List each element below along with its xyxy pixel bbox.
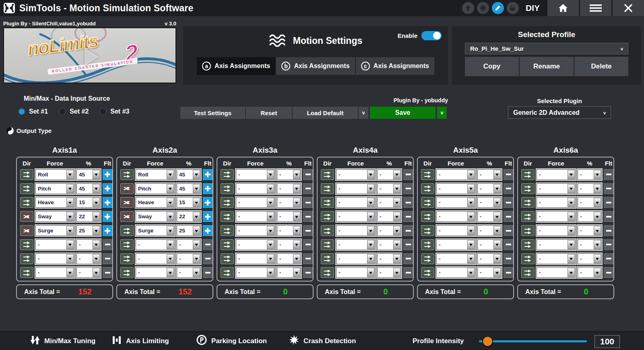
dropdown-arrow-icon[interactable] bbox=[493, 170, 501, 179]
dropdown-arrow-icon[interactable] bbox=[493, 198, 501, 207]
force-select[interactable]: Roll bbox=[35, 169, 74, 180]
dropdown-arrow-icon[interactable] bbox=[367, 240, 374, 249]
force-select[interactable]: - bbox=[336, 239, 375, 250]
dropdown-arrow-icon[interactable] bbox=[467, 268, 475, 277]
force-select[interactable]: - bbox=[136, 253, 175, 264]
percent-select[interactable]: - bbox=[578, 197, 602, 208]
filter-minus-button[interactable] bbox=[103, 253, 112, 264]
filter-minus-button[interactable] bbox=[103, 239, 112, 250]
percent-select[interactable]: - bbox=[277, 169, 301, 180]
percent-select[interactable]: - bbox=[578, 211, 602, 222]
filter-minus-button[interactable] bbox=[403, 183, 413, 194]
filter-minus-button[interactable] bbox=[504, 169, 513, 180]
percent-select[interactable]: 22 bbox=[76, 211, 101, 222]
direction-parallel-button[interactable] bbox=[20, 253, 33, 264]
direction-parallel-button[interactable] bbox=[120, 239, 134, 250]
direction-crossed-button[interactable] bbox=[120, 211, 134, 222]
delete-button[interactable]: Delete bbox=[574, 57, 628, 76]
save-dropdown-button[interactable]: v bbox=[437, 107, 447, 119]
dropdown-arrow-icon[interactable] bbox=[267, 170, 274, 179]
filter-minus-button[interactable] bbox=[403, 253, 413, 264]
dropdown-arrow-icon[interactable] bbox=[167, 212, 174, 221]
direction-crossed-button[interactable] bbox=[20, 211, 33, 222]
percent-select[interactable]: - bbox=[477, 211, 502, 222]
footer-parking-location[interactable]: Parking Location bbox=[196, 332, 267, 350]
direction-parallel-button[interactable] bbox=[20, 267, 33, 278]
direction-parallel-button[interactable] bbox=[321, 169, 334, 180]
radio-icon[interactable] bbox=[58, 108, 66, 116]
force-select[interactable]: - bbox=[537, 225, 576, 236]
force-select[interactable]: - bbox=[236, 225, 275, 236]
force-select[interactable]: - bbox=[436, 211, 475, 222]
load-default-dropdown-button[interactable]: v bbox=[359, 107, 368, 119]
percent-select[interactable]: - bbox=[277, 239, 301, 250]
output-type[interactable]: Output Type bbox=[6, 126, 52, 135]
dropdown-arrow-icon[interactable] bbox=[367, 226, 374, 235]
filter-minus-button[interactable] bbox=[604, 239, 613, 250]
percent-select[interactable]: - bbox=[277, 183, 301, 194]
filter-minus-button[interactable] bbox=[504, 197, 513, 208]
dropdown-arrow-icon[interactable] bbox=[293, 184, 300, 193]
direction-parallel-button[interactable] bbox=[521, 239, 535, 250]
direction-parallel-button[interactable] bbox=[120, 225, 134, 236]
dropdown-arrow-icon[interactable] bbox=[467, 212, 475, 221]
dropdown-arrow-icon[interactable] bbox=[66, 226, 74, 235]
percent-select[interactable]: 45 bbox=[177, 169, 201, 180]
force-select[interactable]: - bbox=[537, 197, 576, 208]
force-select[interactable]: Roll bbox=[136, 169, 175, 180]
dropdown-arrow-icon[interactable] bbox=[367, 212, 374, 221]
dropdown-arrow-icon[interactable] bbox=[594, 254, 601, 263]
dropdown-arrow-icon[interactable] bbox=[93, 240, 100, 249]
direction-parallel-button[interactable] bbox=[120, 267, 134, 278]
filter-minus-button[interactable] bbox=[403, 197, 413, 208]
force-select[interactable]: Surge bbox=[35, 225, 74, 236]
force-select[interactable]: Pitch bbox=[136, 183, 175, 194]
filter-plus-button[interactable] bbox=[203, 169, 213, 180]
force-select[interactable]: Sway bbox=[136, 211, 175, 222]
dropdown-arrow-icon[interactable] bbox=[594, 268, 601, 277]
percent-select[interactable]: - bbox=[76, 253, 101, 264]
filter-minus-button[interactable] bbox=[303, 183, 313, 194]
dropdown-arrow-icon[interactable] bbox=[293, 226, 300, 235]
dropdown-arrow-icon[interactable] bbox=[594, 184, 601, 193]
percent-select[interactable]: - bbox=[76, 267, 101, 278]
dropdown-arrow-icon[interactable] bbox=[393, 226, 400, 235]
filter-plus-button[interactable] bbox=[103, 183, 112, 194]
force-select[interactable]: - bbox=[336, 169, 375, 180]
filter-minus-button[interactable] bbox=[103, 267, 112, 278]
reset-button[interactable]: Reset bbox=[246, 107, 292, 119]
force-select[interactable]: - bbox=[537, 211, 576, 222]
percent-select[interactable]: - bbox=[277, 225, 301, 236]
percent-select[interactable]: 25 bbox=[177, 225, 201, 236]
percent-select[interactable]: - bbox=[377, 267, 401, 278]
force-select[interactable]: - bbox=[436, 169, 475, 180]
dropdown-arrow-icon[interactable] bbox=[193, 254, 200, 263]
dropdown-arrow-icon[interactable] bbox=[66, 212, 74, 221]
dropdown-arrow-icon[interactable] bbox=[167, 226, 174, 235]
direction-parallel-button[interactable] bbox=[321, 211, 334, 222]
dropdown-arrow-icon[interactable] bbox=[167, 170, 174, 179]
percent-select[interactable]: 25 bbox=[76, 225, 101, 236]
dropdown-arrow-icon[interactable] bbox=[267, 254, 274, 263]
percent-select[interactable]: 45 bbox=[76, 183, 101, 194]
dropdown-arrow-icon[interactable] bbox=[568, 240, 575, 249]
percent-select[interactable]: - bbox=[477, 239, 502, 250]
force-select[interactable]: - bbox=[136, 267, 175, 278]
gear-burst-icon[interactable] bbox=[477, 2, 489, 14]
dropdown-arrow-icon[interactable] bbox=[267, 240, 274, 249]
dropdown-arrow-icon[interactable] bbox=[393, 254, 400, 263]
dropdown-arrow-icon[interactable] bbox=[594, 198, 601, 207]
play-icon[interactable] bbox=[85, 48, 99, 66]
rename-button[interactable]: Rename bbox=[520, 57, 574, 76]
direction-parallel-button[interactable] bbox=[321, 197, 334, 208]
dropdown-arrow-icon[interactable] bbox=[493, 240, 501, 249]
direction-parallel-button[interactable] bbox=[20, 197, 33, 208]
dropdown-arrow-icon[interactable] bbox=[293, 254, 300, 263]
force-select[interactable]: - bbox=[537, 183, 576, 194]
percent-select[interactable]: - bbox=[578, 183, 602, 194]
dropdown-arrow-icon[interactable] bbox=[66, 254, 74, 263]
filter-plus-button[interactable] bbox=[203, 197, 213, 208]
radio-set-2[interactable]: Set #2 bbox=[58, 108, 89, 116]
percent-select[interactable]: - bbox=[377, 183, 401, 194]
filter-plus-button[interactable] bbox=[203, 225, 213, 236]
